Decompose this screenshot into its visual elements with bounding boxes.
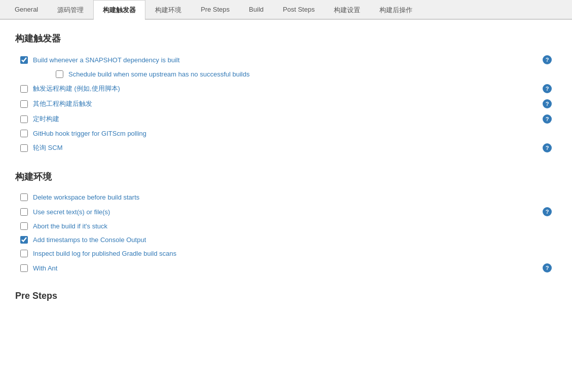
help-icon-env-with-ant[interactable]: ? <box>543 263 552 272</box>
main-content: 构建触发器 Build whenever a SNAPSHOT dependen… <box>0 20 572 392</box>
tab-构建触发器[interactable]: 构建触发器 <box>93 0 145 20</box>
env-item-left-with-ant: With Ant <box>20 264 543 272</box>
checkbox-env-abort-stuck[interactable] <box>20 222 28 230</box>
environment-items-container: Delete workspace before build startsUse … <box>15 190 557 276</box>
env-item-abort-stuck: Abort the build if it's stuck <box>15 219 557 233</box>
tab-源码管理[interactable]: 源码管理 <box>48 0 93 20</box>
checkbox-env-timestamps[interactable] <box>20 236 28 244</box>
label-scheduled: 定时构建 <box>33 114 59 124</box>
tab-构建后操作[interactable]: 构建后操作 <box>370 0 422 20</box>
trigger-item-left-other-project: 其他工程构建后触发 <box>20 99 543 108</box>
help-icon-env-secret-texts[interactable]: ? <box>543 207 552 216</box>
label-remote-build: 触发远程构建 (例如,使用脚本) <box>33 84 120 93</box>
env-item-inspect-gradle: Inspect build log for published Gradle b… <box>15 247 557 260</box>
checkbox-other-project[interactable] <box>20 100 28 108</box>
env-item-left-secret-texts: Use secret text(s) or file(s) <box>20 208 543 216</box>
checkbox-snapshot[interactable] <box>20 56 28 64</box>
tab-general[interactable]: General <box>5 0 48 20</box>
trigger-section-title: 构建触发器 <box>15 32 557 45</box>
env-item-secret-texts: Use secret text(s) or file(s)? <box>15 204 557 219</box>
pre-steps-title: Pre Steps <box>15 291 557 301</box>
trigger-item-left-snapshot: Build whenever a SNAPSHOT dependency is … <box>20 56 543 64</box>
tab-构建设置[interactable]: 构建设置 <box>324 0 370 20</box>
help-icon-other-project[interactable]: ? <box>543 99 552 108</box>
env-item-left-delete-workspace: Delete workspace before build starts <box>20 193 552 201</box>
env-item-with-ant: With Ant? <box>15 260 557 276</box>
trigger-item-schedule-upstream: Schedule build when some upstream has no… <box>15 67 557 81</box>
checkbox-remote-build[interactable] <box>20 85 28 93</box>
label-env-secret-texts: Use secret text(s) or file(s) <box>33 208 110 216</box>
trigger-item-left-scheduled: 定时构建 <box>20 114 543 124</box>
checkbox-schedule-upstream[interactable] <box>56 70 63 78</box>
help-icon-remote-build[interactable]: ? <box>543 84 552 93</box>
label-env-abort-stuck: Abort the build if it's stuck <box>33 222 107 230</box>
env-item-left-abort-stuck: Abort the build if it's stuck <box>20 222 552 230</box>
checkbox-env-inspect-gradle[interactable] <box>20 250 28 257</box>
trigger-item-left-schedule-upstream: Schedule build when some upstream has no… <box>35 70 552 78</box>
trigger-item-left-remote-build: 触发远程构建 (例如,使用脚本) <box>20 84 543 93</box>
trigger-item-other-project: 其他工程构建后触发? <box>15 96 557 111</box>
checkbox-scheduled[interactable] <box>20 115 28 123</box>
label-env-with-ant: With Ant <box>33 264 57 272</box>
checkbox-env-secret-texts[interactable] <box>20 208 28 216</box>
trigger-item-remote-build: 触发远程构建 (例如,使用脚本)? <box>15 81 557 96</box>
label-other-project: 其他工程构建后触发 <box>33 99 92 108</box>
trigger-item-poll-scm: 轮询 SCM? <box>15 140 557 155</box>
trigger-item-scheduled: 定时构建? <box>15 111 557 127</box>
env-item-left-timestamps: Add timestamps to the Console Output <box>20 236 552 244</box>
env-item-timestamps: Add timestamps to the Console Output <box>15 233 557 247</box>
pre-steps-section: Pre Steps <box>15 291 557 301</box>
checkbox-github-hook[interactable] <box>20 130 28 137</box>
trigger-item-snapshot: Build whenever a SNAPSHOT dependency is … <box>15 52 557 67</box>
label-github-hook: GitHub hook trigger for GITScm polling <box>33 130 146 137</box>
tab-构建环境[interactable]: 构建环境 <box>145 0 191 20</box>
checkbox-env-delete-workspace[interactable] <box>20 193 28 201</box>
trigger-items-container: Build whenever a SNAPSHOT dependency is … <box>15 52 557 155</box>
trigger-item-left-github-hook: GitHub hook trigger for GITScm polling <box>20 130 552 137</box>
environment-section-title: 构建环境 <box>15 171 557 183</box>
tab-build[interactable]: Build <box>239 0 273 20</box>
trigger-item-github-hook: GitHub hook trigger for GITScm polling <box>15 127 557 140</box>
help-icon-poll-scm[interactable]: ? <box>543 143 552 152</box>
environment-section: 构建环境 Delete workspace before build start… <box>15 171 557 276</box>
trigger-section: 构建触发器 Build whenever a SNAPSHOT dependen… <box>15 32 557 155</box>
env-item-left-inspect-gradle: Inspect build log for published Gradle b… <box>20 250 552 257</box>
label-schedule-upstream: Schedule build when some upstream has no… <box>68 70 250 78</box>
tab-bar: General源码管理构建触发器构建环境Pre StepsBuildPost S… <box>0 0 572 20</box>
checkbox-env-with-ant[interactable] <box>20 264 28 272</box>
tab-post-steps[interactable]: Post Steps <box>273 0 324 20</box>
trigger-item-left-poll-scm: 轮询 SCM <box>20 143 543 152</box>
env-item-delete-workspace: Delete workspace before build starts <box>15 190 557 204</box>
label-snapshot: Build whenever a SNAPSHOT dependency is … <box>33 56 180 64</box>
label-env-inspect-gradle: Inspect build log for published Gradle b… <box>33 250 176 257</box>
help-icon-snapshot[interactable]: ? <box>543 55 552 64</box>
checkbox-poll-scm[interactable] <box>20 144 28 152</box>
label-env-timestamps: Add timestamps to the Console Output <box>33 236 146 244</box>
tab-pre-steps[interactable]: Pre Steps <box>191 0 239 20</box>
label-env-delete-workspace: Delete workspace before build starts <box>33 193 139 201</box>
label-poll-scm: 轮询 SCM <box>33 143 63 152</box>
help-icon-scheduled[interactable]: ? <box>543 114 552 124</box>
